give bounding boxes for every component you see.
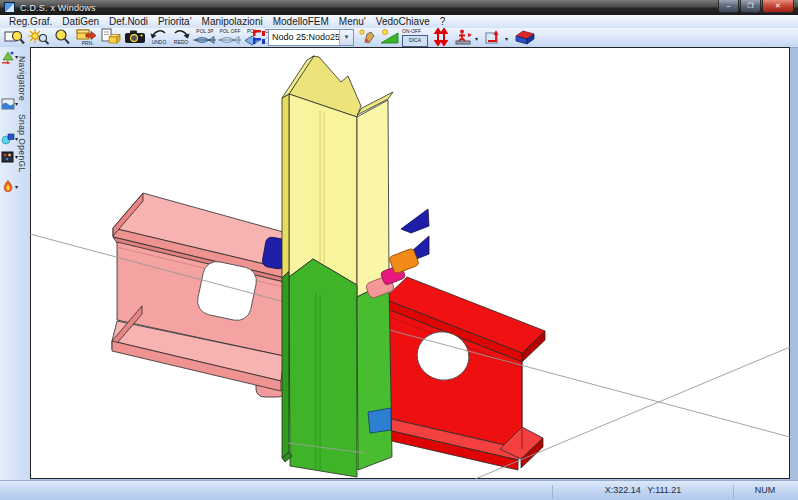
drawing-viewport[interactable]	[30, 47, 790, 479]
render-tool[interactable]	[1, 180, 15, 194]
materials-icon	[1, 150, 15, 164]
figure-button[interactable]	[454, 28, 474, 47]
draw-pencil-icon	[358, 28, 378, 46]
pol-3p-label: POL 3P	[193, 29, 217, 34]
ramp-button[interactable]	[380, 28, 400, 47]
page-box-icon	[100, 28, 122, 46]
title-bar: C.D.S. x Windows – ❐ ✕	[0, 0, 798, 15]
redo-button[interactable]: REDO	[171, 28, 191, 47]
coordinates-display: X:322.14 Y:111.21	[552, 485, 734, 498]
swap-arrows-button[interactable]	[432, 28, 450, 47]
close-button[interactable]: ✕	[762, 0, 794, 13]
window-title: C.D.S. x Windows	[20, 3, 96, 13]
opengl-tool[interactable]	[1, 132, 15, 146]
menu-manipolazioni[interactable]: Manipolazioni	[197, 16, 268, 27]
eraser-button[interactable]	[514, 28, 538, 47]
zoom-drag-icon	[52, 28, 72, 46]
undo-button[interactable]: UNDO	[149, 28, 169, 47]
figure-dropdown-arrow[interactable]: ▾	[475, 35, 478, 42]
pol-off-icon	[218, 34, 242, 46]
menu-def-nodi[interactable]: Def.Nodi	[104, 16, 153, 27]
draw-pencil-button[interactable]	[358, 28, 378, 47]
zoom-window-icon	[4, 28, 26, 46]
zoom-extents-icon	[28, 28, 50, 46]
node-selector-value: Nodo 25:Nodo25	[269, 30, 339, 45]
fire-icon	[1, 180, 15, 194]
menu-priorita[interactable]: Priorita'	[153, 16, 197, 27]
menu-reg-graf[interactable]: Reg.Graf.	[4, 16, 57, 27]
camera-button[interactable]	[124, 28, 148, 47]
redo-label: REDO	[171, 40, 191, 45]
section-ic-icon	[252, 29, 266, 45]
model-canvas[interactable]	[30, 47, 790, 479]
app-icon	[4, 2, 15, 13]
pol-3p-button[interactable]: POL 3P	[193, 28, 217, 47]
ramp-icon	[380, 28, 400, 46]
section-ic-button[interactable]	[252, 29, 266, 48]
figure-icon	[454, 28, 474, 46]
menu-modellofem[interactable]: ModelloFEM	[268, 16, 334, 27]
redo-icon	[171, 28, 191, 39]
camera-icon	[124, 28, 148, 46]
render-dropdown[interactable]: ▾	[15, 183, 18, 190]
dica-box: DICA	[402, 35, 428, 47]
bend-arrow-dropdown[interactable]: ▾	[505, 35, 508, 42]
opengl-icon	[1, 132, 15, 146]
main-toolbar: PRN UNDO REDO POL 3P	[0, 28, 798, 48]
pol-3p-icon	[193, 34, 217, 46]
menu-vedochiave[interactable]: VedoChiave	[371, 16, 435, 27]
navigator-icon	[1, 50, 15, 64]
undo-label: UNDO	[149, 40, 169, 45]
undo-icon	[149, 28, 169, 39]
paint-dropdown[interactable]: ▾	[15, 100, 18, 107]
sidebar-tab-snap-opengl[interactable]: Snap OpenGL	[17, 114, 27, 173]
pol-off-button[interactable]: POL OFF	[218, 28, 242, 47]
left-sidebar: ▾ Navigatore ▾ ▾ ▾ ▾ Snap OpenGL	[0, 47, 30, 480]
coordinate-x: X:322.14	[605, 485, 641, 495]
menu-bar: Reg.Graf. DatiGen Def.Nodi Priorita' Man…	[0, 15, 798, 28]
sidebar-tab-navigatore[interactable]: Navigatore	[17, 56, 27, 101]
maximize-button[interactable]: ❐	[740, 0, 761, 13]
minimize-button[interactable]: –	[718, 0, 739, 13]
zoom-drag-button[interactable]	[52, 28, 72, 47]
eraser-icon	[514, 28, 538, 46]
page-box-button[interactable]	[100, 28, 122, 47]
menu-menu[interactable]: Menu'	[334, 16, 371, 27]
zoom-extents-button[interactable]	[28, 28, 50, 47]
paint-tool[interactable]	[1, 97, 15, 111]
swap-arrows-icon	[432, 28, 450, 46]
paint-icon	[1, 97, 15, 111]
status-bar: X:322.14 Y:111.21 NUM	[0, 480, 798, 500]
navigator-tool[interactable]	[1, 50, 15, 64]
bend-arrow-icon	[484, 28, 504, 46]
print-export-button[interactable]: PRN	[76, 28, 98, 47]
bend-arrow-button[interactable]	[484, 28, 504, 47]
zoom-window-button[interactable]	[4, 28, 26, 47]
menu-datigen[interactable]: DatiGen	[57, 16, 104, 27]
prn-label: PRN	[76, 41, 98, 46]
materials-tool[interactable]	[1, 150, 15, 164]
menu-help[interactable]: ?	[435, 16, 451, 27]
num-lock-indicator: NUM	[740, 485, 790, 495]
pol-off-label: POL OFF	[218, 29, 242, 34]
left-beam-web-opening	[195, 259, 259, 323]
node-selector[interactable]: Nodo 25:Nodo25 ▼	[268, 29, 354, 46]
chevron-down-icon[interactable]: ▼	[339, 30, 353, 45]
blue-shear-plate	[368, 408, 391, 433]
application-window: { "window": { "title": "C.D.S. x Windows…	[0, 0, 798, 500]
coordinate-y: Y:111.21	[647, 485, 681, 495]
